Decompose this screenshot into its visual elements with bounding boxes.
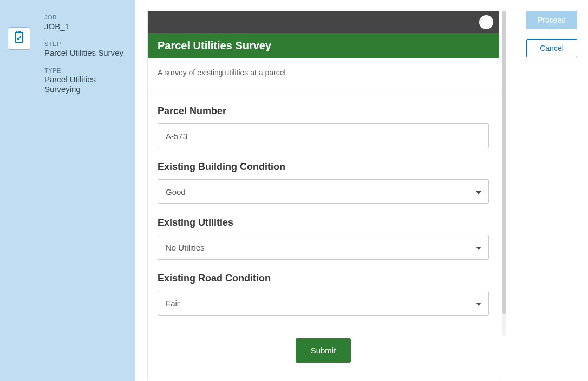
field-building-condition: Existing Building Condition Good — [158, 161, 489, 204]
parcel-number-input[interactable] — [158, 123, 489, 148]
svg-rect-0 — [15, 32, 23, 42]
building-condition-select[interactable]: Good — [158, 179, 489, 204]
field-existing-utilities: Existing Utilities No Utilities — [158, 217, 489, 260]
step-value: Parcel Utilities Survey — [44, 48, 127, 58]
field-parcel-number: Parcel Number — [158, 106, 489, 148]
avatar[interactable] — [479, 15, 493, 29]
main-content: Parcel Utilities Survey A survey of exis… — [135, 0, 509, 381]
submit-button[interactable]: Submit — [296, 338, 351, 363]
field-label: Existing Building Condition — [158, 161, 489, 173]
sidebar-info: JOB JOB_1 STEP Parcel Utilities Survey T… — [44, 11, 135, 381]
field-label: Parcel Number — [158, 106, 489, 117]
field-road-condition: Existing Road Condition Fair — [158, 273, 489, 316]
actions-panel: Proceed Cancel — [509, 0, 588, 381]
survey-body: Parcel Number Existing Building Conditio… — [148, 87, 499, 379]
field-label: Existing Road Condition — [158, 273, 489, 284]
field-label: Existing Utilities — [158, 217, 489, 228]
clipboard-check-icon — [12, 31, 25, 46]
step-icon-box — [8, 27, 30, 50]
sidebar-icon-column — [0, 11, 38, 381]
scrollbar-track — [502, 11, 506, 336]
select-value: Good — [166, 187, 186, 196]
survey-card: Parcel Utilities Survey A survey of exis… — [147, 11, 499, 379]
submit-row: Submit — [158, 338, 489, 363]
cancel-button[interactable]: Cancel — [526, 39, 577, 57]
survey-title: Parcel Utilities Survey — [148, 33, 499, 58]
select-value: Fair — [166, 299, 180, 308]
type-label: TYPE — [44, 67, 127, 74]
select-value: No Utilities — [166, 243, 205, 252]
survey-description: A survey of existing utilities at a parc… — [148, 58, 499, 87]
survey-topbar — [148, 11, 499, 33]
type-value: Parcel Utilities Surveying — [44, 75, 127, 95]
step-label: STEP — [44, 41, 127, 47]
job-label: JOB — [44, 14, 127, 21]
job-value: JOB_1 — [44, 22, 127, 32]
road-condition-select[interactable]: Fair — [158, 291, 489, 316]
scrollbar-thumb[interactable] — [502, 11, 506, 314]
proceed-button[interactable]: Proceed — [526, 11, 577, 29]
existing-utilities-select[interactable]: No Utilities — [158, 235, 489, 260]
sidebar: JOB JOB_1 STEP Parcel Utilities Survey T… — [0, 0, 135, 381]
